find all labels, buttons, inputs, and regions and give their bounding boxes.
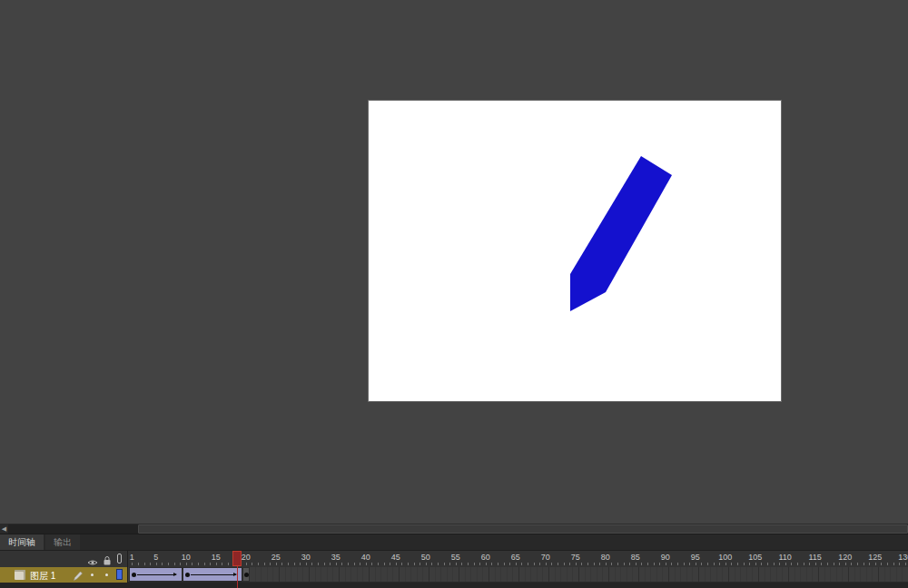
frame-grid-line — [597, 567, 597, 582]
ruler-tick — [875, 563, 876, 565]
frame-grid-line — [362, 567, 363, 582]
ruler-tick — [659, 563, 660, 565]
frame-grid-line — [500, 567, 501, 582]
scrollbar-thumb[interactable] — [138, 524, 908, 534]
frame-grid-line — [525, 567, 526, 582]
ruler-tick — [270, 563, 271, 565]
frame-grid-line — [615, 567, 616, 582]
keyframe-dot[interactable] — [132, 573, 136, 577]
frame-ruler[interactable]: 1510152025303540455055606570758085909510… — [128, 551, 908, 567]
frame-grid-line — [680, 567, 681, 582]
ruler-tick — [174, 563, 175, 565]
frame-grid-line — [495, 567, 496, 582]
layer-item-1[interactable]: 图层 1 — [0, 567, 128, 583]
ruler-tick — [881, 563, 882, 565]
ruler-tick — [491, 563, 492, 565]
ruler-tick — [647, 563, 648, 565]
ruler-tick — [468, 563, 469, 565]
keyframe-dot[interactable] — [244, 573, 249, 577]
ruler-tick — [192, 563, 192, 565]
tab-output[interactable]: 输出 — [45, 534, 80, 550]
ruler-label-20: 20 — [242, 553, 251, 562]
timeline-body: 1510152025303540455055606570758085909510… — [0, 551, 908, 588]
frame-grid-line — [705, 567, 706, 582]
ruler-tick — [617, 563, 618, 565]
ruler-tick — [311, 563, 312, 565]
ruler-tick — [899, 563, 900, 565]
frame-grid-line — [728, 567, 729, 582]
ruler-tick — [654, 563, 655, 565]
ruler-tick — [827, 563, 828, 565]
ruler-tick — [414, 563, 415, 565]
frame-grid-line — [770, 567, 771, 582]
ruler-tick — [330, 563, 331, 565]
ruler-tick — [354, 563, 355, 565]
ruler-tick — [755, 563, 756, 565]
layer-lock-dot[interactable] — [105, 573, 108, 576]
ruler-tick — [707, 563, 708, 565]
frame-grid-line — [656, 567, 657, 582]
tween-arrow — [191, 574, 236, 575]
keyframe-cell-20[interactable] — [242, 567, 250, 582]
ruler-tick — [419, 563, 420, 565]
ruler-tick — [779, 563, 780, 565]
frame-grid-line — [842, 567, 843, 582]
ruler-tick — [348, 563, 349, 565]
frame-grid-line — [896, 567, 897, 582]
ruler-tick — [486, 563, 487, 565]
flash-workspace: { "stage": { "background": "#ffffff", "s… — [0, 0, 908, 588]
frame-grid-line — [765, 567, 765, 582]
tween-span-2[interactable] — [183, 567, 242, 582]
ruler-tick — [641, 563, 642, 565]
stage-canvas[interactable] — [369, 101, 781, 401]
ruler-tick — [168, 563, 169, 565]
frame-grid-line — [848, 567, 849, 582]
frames-area[interactable] — [128, 567, 908, 583]
timeline-header-row: 1510152025303540455055606570758085909510… — [0, 551, 908, 567]
layer-name-label[interactable]: 图层 1 — [30, 570, 55, 583]
layer-outline-color-swatch[interactable] — [116, 569, 123, 580]
frame-grid-line — [512, 567, 513, 582]
layer-visibility-dot[interactable] — [91, 573, 94, 576]
ruler-tick — [138, 563, 139, 565]
frame-grid-line — [422, 567, 423, 582]
frame-grid-line — [357, 567, 358, 582]
outline-icon[interactable] — [117, 554, 122, 564]
ruler-tick — [893, 563, 894, 565]
keyframe-dot[interactable] — [185, 573, 190, 577]
ruler-tick — [408, 563, 409, 565]
frame-grid-line — [518, 567, 519, 582]
frame-grid-line — [255, 567, 256, 582]
frame-grid-line — [459, 567, 459, 582]
frame-grid-line — [675, 567, 676, 582]
ruler-tick — [204, 563, 205, 565]
tab-timeline[interactable]: 时间轴 — [0, 534, 44, 550]
ruler-label-10: 10 — [182, 553, 191, 562]
ruler-tick — [384, 563, 385, 565]
frame-grid-line — [477, 567, 478, 582]
ruler-label-1: 1 — [130, 553, 134, 562]
ruler-tick — [360, 563, 360, 565]
ruler-tick — [222, 563, 222, 565]
ruler-tick — [558, 563, 558, 565]
frame-grid-line — [716, 567, 717, 582]
frame-grid-line — [800, 567, 801, 582]
blue-pencil-shape[interactable] — [570, 156, 672, 311]
ruler-label-50: 50 — [421, 553, 430, 562]
playhead-marker[interactable] — [232, 551, 242, 566]
ruler-tick — [594, 563, 595, 565]
frame-grid-line — [567, 567, 568, 582]
ruler-tick — [474, 563, 475, 565]
horizontal-scrollbar: ◀ — [0, 524, 908, 534]
ruler-tick — [479, 563, 480, 565]
tween-span-1[interactable] — [129, 567, 183, 582]
scroll-left-arrow-icon[interactable]: ◀ — [0, 524, 8, 534]
ruler-tick — [258, 563, 259, 565]
frame-grid-line — [698, 567, 699, 582]
ruler-tick — [869, 563, 870, 565]
ruler-tick — [791, 563, 792, 565]
ruler-label-55: 55 — [451, 553, 460, 562]
layer-page-icon — [15, 570, 25, 580]
ruler-tick — [587, 563, 588, 565]
frame-grid-line — [602, 567, 603, 582]
